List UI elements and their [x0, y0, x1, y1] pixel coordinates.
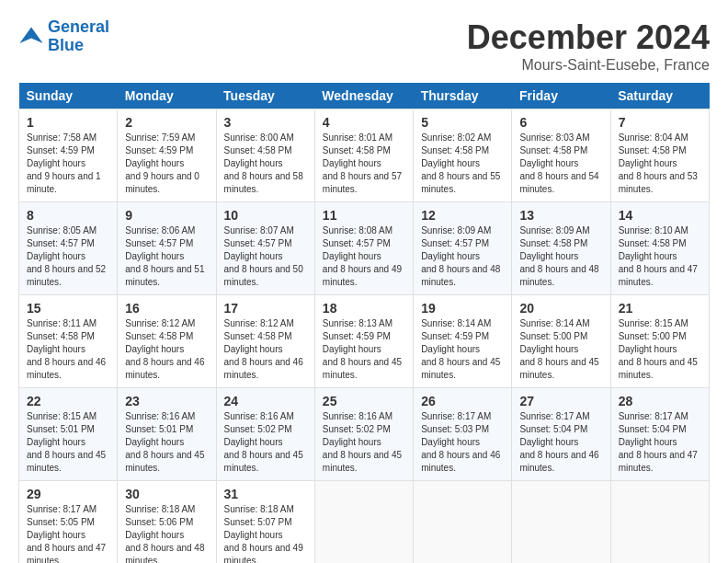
calendar-cell: 31 Sunrise: 8:18 AMSunset: 5:07 PMDaylig…: [216, 481, 314, 564]
day-number: 13: [519, 208, 602, 223]
logo: General Blue: [18, 18, 109, 55]
location: Mours-Saint-Eusebe, France: [467, 57, 710, 74]
day-number: 11: [323, 208, 405, 223]
day-info: Sunrise: 8:09 AMSunset: 4:57 PMDaylight …: [421, 224, 504, 289]
title-block: December 2024 Mours-Saint-Eusebe, France: [467, 18, 710, 74]
calendar-cell: 17 Sunrise: 8:12 AMSunset: 4:58 PMDaylig…: [216, 295, 314, 388]
calendar-cell: 24 Sunrise: 8:16 AMSunset: 5:02 PMDaylig…: [216, 388, 314, 481]
calendar-cell: [414, 481, 512, 564]
calendar-cell: 14 Sunrise: 8:10 AMSunset: 4:58 PMDaylig…: [610, 202, 709, 295]
calendar-cell: 27 Sunrise: 8:17 AMSunset: 5:04 PMDaylig…: [512, 388, 610, 481]
day-number: 4: [323, 115, 405, 130]
day-number: 14: [619, 208, 701, 223]
calendar-cell: 1 Sunrise: 7:58 AMSunset: 4:59 PMDayligh…: [19, 109, 118, 202]
logo-icon: [18, 24, 44, 50]
day-number: 25: [323, 394, 405, 408]
calendar-week-1: 1 Sunrise: 7:58 AMSunset: 4:59 PMDayligh…: [19, 109, 710, 202]
day-info: Sunrise: 8:17 AMSunset: 5:04 PMDaylight …: [619, 410, 701, 475]
calendar-cell: [512, 481, 610, 564]
day-info: Sunrise: 7:59 AMSunset: 4:59 PMDaylight …: [125, 132, 208, 196]
day-number: 20: [519, 301, 602, 316]
calendar-cell: 21 Sunrise: 8:15 AMSunset: 5:00 PMDaylig…: [610, 295, 709, 388]
calendar-cell: 9 Sunrise: 8:06 AMSunset: 4:57 PMDayligh…: [118, 202, 216, 295]
col-saturday: Saturday: [610, 83, 709, 109]
header-row: Sunday Monday Tuesday Wednesday Thursday…: [19, 83, 710, 109]
day-info: Sunrise: 8:17 AMSunset: 5:04 PMDaylight …: [519, 410, 602, 475]
day-number: 23: [125, 394, 208, 408]
day-info: Sunrise: 8:06 AMSunset: 4:57 PMDaylight …: [125, 224, 208, 289]
day-info: Sunrise: 8:00 AMSunset: 4:58 PMDaylight …: [224, 132, 307, 196]
logo-text: General Blue: [48, 18, 109, 55]
day-number: 9: [125, 208, 208, 223]
day-info: Sunrise: 8:17 AMSunset: 5:05 PMDaylight …: [27, 503, 109, 563]
calendar-cell: 12 Sunrise: 8:09 AMSunset: 4:57 PMDaylig…: [414, 202, 512, 295]
day-number: 12: [421, 208, 504, 223]
day-number: 3: [224, 115, 307, 130]
day-number: 5: [421, 115, 504, 130]
page-header: General Blue December 2024 Mours-Saint-E…: [18, 18, 710, 74]
calendar-cell: 3 Sunrise: 8:00 AMSunset: 4:58 PMDayligh…: [216, 109, 314, 202]
calendar-week-4: 22 Sunrise: 8:15 AMSunset: 5:01 PMDaylig…: [19, 388, 710, 481]
calendar-cell: 5 Sunrise: 8:02 AMSunset: 4:58 PMDayligh…: [414, 109, 512, 202]
day-info: Sunrise: 8:13 AMSunset: 4:59 PMDaylight …: [323, 317, 405, 382]
calendar-cell: 22 Sunrise: 8:15 AMSunset: 5:01 PMDaylig…: [19, 388, 118, 481]
day-info: Sunrise: 8:11 AMSunset: 4:58 PMDaylight …: [27, 317, 109, 382]
day-info: Sunrise: 8:17 AMSunset: 5:03 PMDaylight …: [421, 410, 504, 475]
calendar-cell: 6 Sunrise: 8:03 AMSunset: 4:58 PMDayligh…: [512, 109, 610, 202]
day-number: 22: [27, 394, 109, 408]
calendar-cell: 4 Sunrise: 8:01 AMSunset: 4:58 PMDayligh…: [314, 109, 413, 202]
calendar-cell: 8 Sunrise: 8:05 AMSunset: 4:57 PMDayligh…: [19, 202, 118, 295]
col-tuesday: Tuesday: [216, 83, 314, 109]
day-number: 8: [27, 208, 109, 223]
day-number: 10: [224, 208, 307, 223]
day-info: Sunrise: 8:18 AMSunset: 5:06 PMDaylight …: [125, 503, 208, 563]
day-number: 26: [421, 394, 504, 408]
col-sunday: Sunday: [19, 83, 118, 109]
calendar-week-5: 29 Sunrise: 8:17 AMSunset: 5:05 PMDaylig…: [19, 481, 710, 564]
day-info: Sunrise: 8:08 AMSunset: 4:57 PMDaylight …: [323, 224, 405, 289]
day-number: 1: [27, 115, 109, 130]
day-number: 6: [519, 115, 602, 130]
calendar-cell: 23 Sunrise: 8:16 AMSunset: 5:01 PMDaylig…: [118, 388, 216, 481]
day-info: Sunrise: 8:07 AMSunset: 4:57 PMDaylight …: [224, 224, 307, 289]
day-info: Sunrise: 8:12 AMSunset: 4:58 PMDaylight …: [125, 317, 208, 382]
calendar-cell: 29 Sunrise: 8:17 AMSunset: 5:05 PMDaylig…: [19, 481, 118, 564]
calendar-cell: 18 Sunrise: 8:13 AMSunset: 4:59 PMDaylig…: [314, 295, 413, 388]
day-info: Sunrise: 8:12 AMSunset: 4:58 PMDaylight …: [224, 317, 307, 382]
calendar-cell: 28 Sunrise: 8:17 AMSunset: 5:04 PMDaylig…: [610, 388, 709, 481]
day-info: Sunrise: 8:14 AMSunset: 4:59 PMDaylight …: [421, 317, 504, 382]
col-wednesday: Wednesday: [314, 83, 413, 109]
day-info: Sunrise: 8:03 AMSunset: 4:58 PMDaylight …: [519, 132, 602, 196]
day-number: 24: [224, 394, 307, 408]
calendar-cell: 26 Sunrise: 8:17 AMSunset: 5:03 PMDaylig…: [414, 388, 512, 481]
day-number: 18: [323, 301, 405, 316]
day-number: 7: [619, 115, 701, 130]
day-info: Sunrise: 7:58 AMSunset: 4:59 PMDaylight …: [27, 132, 109, 196]
calendar-cell: 30 Sunrise: 8:18 AMSunset: 5:06 PMDaylig…: [118, 481, 216, 564]
day-info: Sunrise: 8:15 AMSunset: 5:01 PMDaylight …: [27, 410, 109, 475]
day-number: 21: [619, 301, 701, 316]
calendar-cell: 10 Sunrise: 8:07 AMSunset: 4:57 PMDaylig…: [216, 202, 314, 295]
calendar-cell: 20 Sunrise: 8:14 AMSunset: 5:00 PMDaylig…: [512, 295, 610, 388]
calendar-cell: 15 Sunrise: 8:11 AMSunset: 4:58 PMDaylig…: [19, 295, 118, 388]
day-number: 2: [125, 115, 208, 130]
day-number: 31: [224, 487, 307, 501]
day-info: Sunrise: 8:15 AMSunset: 5:00 PMDaylight …: [619, 317, 701, 382]
day-info: Sunrise: 8:09 AMSunset: 4:58 PMDaylight …: [519, 224, 602, 289]
day-number: 15: [27, 301, 109, 316]
calendar-cell: 19 Sunrise: 8:14 AMSunset: 4:59 PMDaylig…: [414, 295, 512, 388]
day-number: 17: [224, 301, 307, 316]
day-number: 27: [519, 394, 602, 408]
calendar-cell: 13 Sunrise: 8:09 AMSunset: 4:58 PMDaylig…: [512, 202, 610, 295]
day-info: Sunrise: 8:16 AMSunset: 5:02 PMDaylight …: [224, 410, 307, 475]
calendar-cell: 16 Sunrise: 8:12 AMSunset: 4:58 PMDaylig…: [118, 295, 216, 388]
day-number: 30: [125, 487, 208, 501]
calendar-cell: 11 Sunrise: 8:08 AMSunset: 4:57 PMDaylig…: [314, 202, 413, 295]
calendar-cell: 25 Sunrise: 8:16 AMSunset: 5:02 PMDaylig…: [314, 388, 413, 481]
day-info: Sunrise: 8:05 AMSunset: 4:57 PMDaylight …: [27, 224, 109, 289]
day-number: 16: [125, 301, 208, 316]
col-friday: Friday: [512, 83, 610, 109]
day-info: Sunrise: 8:14 AMSunset: 5:00 PMDaylight …: [519, 317, 602, 382]
month-title: December 2024: [467, 18, 710, 57]
day-info: Sunrise: 8:16 AMSunset: 5:01 PMDaylight …: [125, 410, 208, 475]
